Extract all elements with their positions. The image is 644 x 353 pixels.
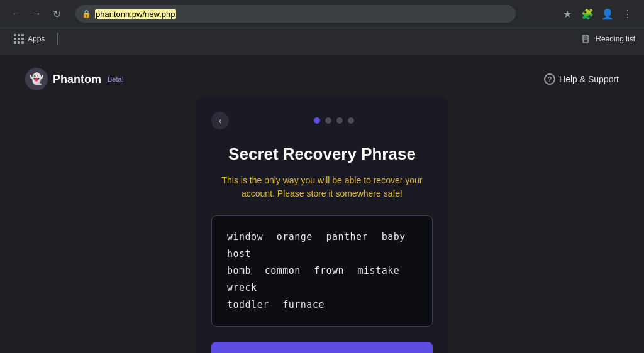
browser-chrome: ← → ↻ 🔒 phantonn.pw/new.php ★ 🧩 👤 ⋮ Apps [0, 0, 644, 55]
dot-1 [314, 117, 320, 124]
browser-toolbar: ← → ↻ 🔒 phantonn.pw/new.php ★ 🧩 👤 ⋮ [0, 0, 644, 28]
url-highlight: phantonn.pw/new.php [95, 9, 176, 19]
card-subtitle: This is the only way you will be able to… [211, 174, 433, 200]
divider [57, 33, 58, 45]
reading-list-label: Reading list [596, 35, 635, 43]
extensions-button[interactable]: 🧩 [579, 5, 596, 23]
help-icon: ? [544, 73, 555, 85]
apps-grid-icon [14, 34, 24, 44]
back-button[interactable]: ← [8, 5, 25, 23]
logo-text: Phantom [53, 73, 101, 86]
modal-card: ‹ Secret Recovery Phrase This is the onl… [196, 97, 448, 353]
menu-button[interactable]: ⋮ [619, 5, 636, 23]
card-title: Secret Recovery Phrase [228, 144, 416, 164]
logo-area: 👻 Phantom Beta! [25, 68, 124, 90]
bookmark-button[interactable]: ★ [558, 5, 576, 23]
url-text: phantonn.pw/new.php [95, 9, 509, 19]
page-topbar: 👻 Phantom Beta! ? Help & Support [0, 55, 644, 103]
apps-button[interactable]: Apps [9, 31, 50, 46]
card-back-button[interactable]: ‹ [211, 112, 229, 129]
bookmarks-bar: Apps Reading list [0, 28, 644, 49]
dot-3 [336, 117, 343, 124]
phantom-logo-icon: 👻 [25, 68, 48, 90]
page-content: 👻 Phantom Beta! ? Help & Support ‹ Secre… [0, 55, 644, 353]
profile-button[interactable]: 👤 [599, 5, 616, 23]
reading-list-button[interactable]: Reading list [582, 34, 635, 44]
dot-4 [348, 117, 354, 124]
seed-phrase-box: window orange panther baby host bomb com… [211, 215, 433, 327]
apps-label: Apps [28, 35, 45, 43]
ok-saved-button[interactable]: OK, I saved it somewhere [211, 342, 433, 353]
reading-list-icon [582, 34, 592, 44]
ghost-icon: 👻 [30, 72, 43, 86]
dot-2 [325, 117, 331, 124]
lock-icon: 🔒 [82, 9, 91, 18]
forward-button[interactable]: → [28, 5, 45, 23]
pagination-area: ‹ [211, 112, 433, 129]
help-label: Help & Support [559, 74, 619, 84]
help-support-button[interactable]: ? Help & Support [544, 73, 619, 85]
nav-buttons: ← → ↻ [8, 5, 65, 23]
seed-phrase-text: window orange panther baby host bomb com… [227, 231, 406, 310]
logo-badge: Beta! [108, 75, 124, 83]
toolbar-icons: ★ 🧩 👤 ⋮ [558, 5, 636, 23]
refresh-button[interactable]: ↻ [48, 5, 65, 23]
pagination-dots [235, 117, 433, 124]
address-bar[interactable]: 🔒 phantonn.pw/new.php [75, 5, 516, 23]
